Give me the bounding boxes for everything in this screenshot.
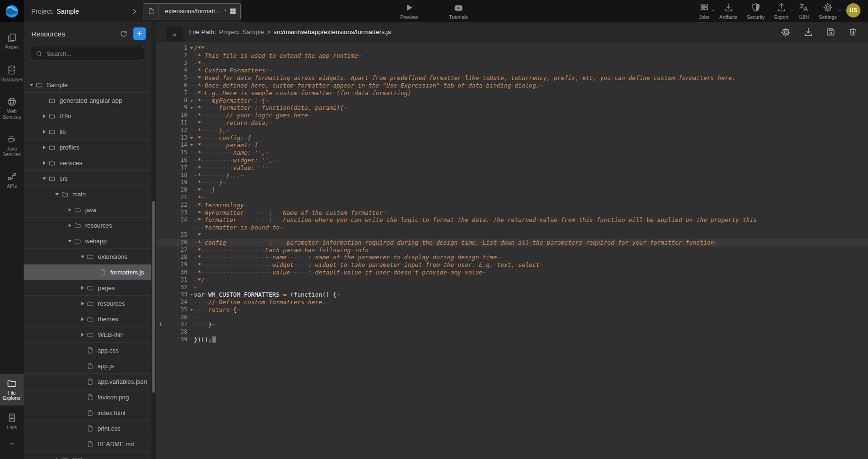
tree-caret-icon[interactable]: [79, 333, 87, 337]
tree-item-lib[interactable]: lib: [24, 124, 151, 140]
chevron-right-icon[interactable]: [131, 7, 138, 16]
code-line-26[interactable]: 26·*·config············:····parameter·in…: [156, 239, 868, 247]
code-line-text[interactable]: ·*·Custom·Formatters:¬: [194, 67, 868, 74]
tree-item-test[interactable]: test: [24, 452, 151, 459]
export-menu-item[interactable]: Export: [774, 2, 789, 20]
tree-caret-icon[interactable]: [27, 83, 35, 87]
code-line-7[interactable]: 7·*·E.g.·Here·is·sample·custom·formatter…: [156, 89, 868, 97]
download-button[interactable]: [803, 27, 814, 37]
code-line-text[interactable]: ¬: [194, 284, 868, 291]
code-line-39[interactable]: 39})();: [156, 336, 868, 344]
code-line-36[interactable]: 36¬: [156, 314, 868, 321]
code-line-20[interactable]: 20·*···}¬: [156, 186, 868, 194]
fold-caret-icon[interactable]: [190, 47, 193, 49]
fold-caret-icon[interactable]: [190, 144, 193, 146]
jobs-menu-item[interactable]: Jobs: [699, 2, 710, 20]
code-line-4[interactable]: 4·*·Custom·Formatters:¬: [156, 67, 868, 74]
code-line-text[interactable]: ·*¬: [194, 231, 868, 239]
code-line-1[interactable]: 1/**¬: [156, 44, 868, 52]
code-line-37[interactable]: 37i····}¬: [156, 321, 868, 328]
code-line-text[interactable]: ¬: [194, 314, 868, 321]
code-line-text[interactable]: ·*·······}...¬: [194, 172, 868, 179]
code-line-text[interactable]: ·*···myFormatter·:·{¬: [194, 97, 868, 105]
rail-item-java-services[interactable]: JavaServices: [0, 130, 24, 161]
code-line-34[interactable]: 34····//·Define·custom·formatters·here.¬: [156, 299, 868, 306]
tree-item-favicon-png[interactable]: favicon.png: [24, 389, 151, 405]
code-line-33[interactable]: 33var·WM_CUSTOM_FORMATTERS·=·(function()…: [156, 291, 868, 299]
code-line-text[interactable]: ·*·myFormatter·······:···Name·of·the·cus…: [194, 209, 868, 217]
code-line-2[interactable]: 2·*·This·file·is·used·to·extend·the·app·…: [156, 52, 868, 60]
code-line-text[interactable]: ·*···}¬: [194, 186, 868, 194]
settings-button[interactable]: [780, 27, 791, 37]
code-line-text[interactable]: ·*·····}¬: [194, 179, 868, 186]
code-line-22[interactable]: 22·*·Terminology¬: [156, 202, 868, 209]
code-line-38[interactable]: 38¬: [156, 328, 868, 336]
code-line-text[interactable]: ·*·Once·defined·here,·custom·formatter·a…: [194, 82, 868, 89]
tree-caret-icon[interactable]: [40, 145, 48, 150]
code-line-21[interactable]: 21·*¬: [156, 194, 868, 202]
tree-scrollbar-thumb[interactable]: [152, 201, 155, 393]
tree-item-index-html[interactable]: index.html: [24, 405, 151, 421]
code-line-text[interactable]: ·*·······return·data;¬: [194, 119, 868, 127]
settings-menu-item[interactable]: Settings: [819, 2, 837, 20]
code-line-32[interactable]: 32¬: [156, 284, 868, 291]
search-input[interactable]: [46, 50, 140, 58]
tree-item-java[interactable]: java: [24, 202, 151, 218]
tree-caret-icon[interactable]: [79, 317, 87, 321]
tree-caret-icon[interactable]: [79, 301, 87, 306]
code-line-14[interactable]: 14·*·······param1:·{¬: [156, 141, 868, 149]
code-line-16[interactable]: 16·*·········widget:·'',¬: [156, 157, 868, 164]
rail-item-more[interactable]: [0, 437, 24, 452]
code-line-text[interactable]: ·*·····config:·{¬: [194, 134, 868, 142]
code-line-25[interactable]: 25·*¬: [156, 231, 868, 239]
tree-item-profiles[interactable]: profiles: [24, 140, 151, 155]
code-line-8[interactable]: 8·*···myFormatter·:·{¬: [156, 97, 868, 105]
tree-caret-icon[interactable]: [53, 193, 61, 196]
tree-caret-icon[interactable]: [40, 177, 48, 180]
code-line-text[interactable]: ¬: [194, 328, 868, 336]
fold-caret-icon[interactable]: [190, 294, 193, 296]
artifacts-menu-item[interactable]: Artifacts: [719, 2, 737, 20]
code-line-text[interactable]: ·*·Used·for·data·formatting·across·widge…: [194, 74, 868, 82]
code-line-text[interactable]: ·*··················-·value·····:·defaul…: [194, 269, 868, 276]
code-line-6[interactable]: 6·*·Once·defined·here,·custom·formatter·…: [156, 82, 868, 89]
tree-item-webapp[interactable]: webapp: [24, 233, 151, 249]
code-line-17[interactable]: 17·*·········value:·''¬: [156, 164, 868, 172]
layout-grid-icon[interactable]: [229, 8, 237, 15]
code-line-15[interactable]: 15·*·········name:·'',¬: [156, 149, 868, 157]
code-editor[interactable]: 1/**¬2·*·This·file·is·used·to·extend·the…: [156, 42, 868, 459]
add-resource-button[interactable]: [133, 27, 146, 40]
rail-item-apis[interactable]: APIs: [0, 167, 24, 194]
code-line-30[interactable]: 30·*··················-·value·····:·defa…: [156, 269, 868, 276]
tree-caret-icon[interactable]: [66, 239, 74, 243]
code-line-text[interactable]: /**¬: [194, 44, 868, 52]
code-line-text[interactable]: ·*·······//·your·logic·goes·here¬: [194, 112, 868, 119]
rail-item-logs[interactable]: Logs: [0, 408, 24, 435]
security-menu-item[interactable]: Security: [747, 2, 765, 20]
tree-item-formatters-js[interactable]: formatters.js: [24, 265, 151, 280]
tree-caret-icon[interactable]: [40, 130, 48, 134]
preview-button[interactable]: Preview: [400, 2, 418, 20]
tree-caret-icon[interactable]: [40, 161, 48, 165]
i18n-menu-item[interactable]: I18N: [798, 2, 809, 20]
refresh-icon[interactable]: [120, 30, 128, 38]
code-line-text[interactable]: ·*·····formatter·:·function(data,·param1…: [194, 104, 868, 112]
code-line-text[interactable]: ·*··················-·widget····:·widget…: [194, 261, 868, 269]
tree-item-resources[interactable]: resources: [24, 218, 151, 233]
code-line-24[interactable]: 24·*·formatter·········:···Function·wher…: [156, 216, 868, 224]
tree-item-src[interactable]: src: [24, 171, 151, 186]
user-avatar[interactable]: US: [846, 3, 860, 18]
code-line-text[interactable]: ·*·········widget:·'',¬: [194, 157, 868, 164]
code-line-11[interactable]: 11·*·······return·data;¬: [156, 119, 868, 127]
code-line-text[interactable]: ·*·······param1:·{¬: [194, 141, 868, 149]
code-line-5[interactable]: 5·*·Used·for·data·formatting·across·widg…: [156, 74, 868, 82]
tree-item-i18n[interactable]: i18n: [24, 108, 151, 124]
tree-item-sample[interactable]: Sample: [24, 77, 151, 93]
code-line-text[interactable]: ·*··················-·name······:·name·o…: [194, 254, 868, 261]
code-line-text[interactable]: ·*/¬: [194, 276, 868, 284]
tree-item-generated-angular-app[interactable]: generated-angular-app: [24, 93, 151, 108]
rail-item-databases[interactable]: Databases: [0, 61, 24, 87]
code-line-text[interactable]: ·*·····},¬: [194, 127, 868, 134]
code-line-27[interactable]: 27·*··················Each·param·has·fol…: [156, 247, 868, 254]
code-line-text[interactable]: ·*··················Each·param·has·follo…: [194, 247, 868, 254]
